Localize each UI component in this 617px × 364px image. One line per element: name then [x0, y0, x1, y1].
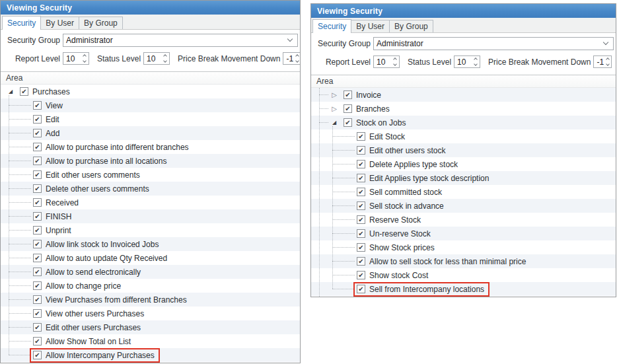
tab-by-user[interactable]: By User [40, 17, 79, 29]
security-group-select[interactable]: Administrator [63, 34, 298, 47]
security-tree: ▷✔Invoice▷✔Branches◢✔Stock on Jobs✔Edit … [311, 88, 616, 297]
spinner-up-down-icon[interactable] [80, 53, 89, 64]
checkbox-checked[interactable]: ✔ [357, 160, 365, 168]
checkbox-checked[interactable]: ✔ [344, 104, 352, 113]
tree-row[interactable]: ✔Edit Applies type stock description [311, 171, 616, 185]
tree-row[interactable]: ✔FINISH [1, 209, 300, 223]
tree-row[interactable]: ✔Delete other users comments [1, 182, 300, 196]
checkbox-checked[interactable]: ✔ [33, 101, 42, 110]
tree-row[interactable]: ✔Allow to purchase into different branch… [1, 140, 300, 154]
expander-spacer [343, 174, 352, 183]
tree-row[interactable]: ✔Allow to auto update Qty Received [1, 251, 300, 265]
tab-security[interactable]: Security [312, 19, 351, 33]
price-break-movement-down-spinner[interactable]: -1 [593, 55, 612, 68]
expander-spacer [343, 146, 352, 155]
checkbox-checked[interactable]: ✔ [344, 118, 352, 127]
tree-row[interactable]: ✔Edit other users Purchases [1, 320, 300, 334]
tree-row[interactable]: ✔Edit other users stock [311, 143, 616, 157]
spinner-up-down-icon[interactable] [161, 53, 169, 64]
tree-row[interactable]: ✔View Purchases from different Branches [1, 293, 300, 307]
checkbox-checked[interactable]: ✔ [33, 309, 42, 318]
checkbox-checked[interactable]: ✔ [357, 215, 365, 224]
checkbox-checked[interactable]: ✔ [33, 170, 42, 179]
checkbox-checked[interactable]: ✔ [357, 285, 365, 293]
checkbox-checked[interactable]: ✔ [357, 271, 365, 279]
checkbox-checked[interactable]: ✔ [33, 226, 42, 235]
price-break-movement-down-spinner[interactable]: -1 [283, 52, 301, 65]
checkbox-checked[interactable]: ✔ [33, 198, 42, 207]
tab-security[interactable]: Security [2, 16, 41, 30]
checkbox-checked[interactable]: ✔ [33, 184, 42, 193]
tree-row[interactable]: ◢✔Purchases [1, 85, 300, 98]
tree-row[interactable]: ✔Sell from Intercompany locations [311, 282, 616, 296]
report-level-spinner[interactable]: 10 [373, 55, 400, 68]
checkbox-checked[interactable]: ✔ [357, 146, 365, 155]
report-level-spinner[interactable]: 10 [63, 52, 89, 65]
spinner-up-down-icon[interactable] [471, 56, 480, 67]
expander-spacer [19, 295, 28, 305]
tree-row[interactable]: ✔Delete Applies type stock [311, 157, 616, 171]
checkbox-checked[interactable]: ✔ [357, 229, 365, 238]
checkbox-checked[interactable]: ✔ [33, 281, 42, 290]
expander-expanded-icon[interactable]: ◢ [330, 118, 339, 127]
tree-row[interactable]: ✔Allow link stock to Invoiced Jobs [1, 237, 300, 251]
tree-row[interactable]: ✔Add [1, 126, 300, 140]
checkbox-checked[interactable]: ✔ [357, 243, 365, 252]
tree-row[interactable]: ◢✔Stock on Jobs [311, 116, 616, 129]
tree-row[interactable]: ✔Sell stock in advance [311, 199, 616, 213]
tree-row[interactable]: ✔Received [1, 196, 300, 209]
checkbox-checked[interactable]: ✔ [33, 254, 42, 262]
checkbox-checked[interactable]: ✔ [33, 295, 42, 304]
tree-row[interactable]: ✔View [1, 98, 300, 112]
checkbox-checked[interactable]: ✔ [33, 268, 42, 276]
checkbox-checked[interactable]: ✔ [357, 174, 365, 182]
tree-row[interactable]: ▷✔Invoice [311, 88, 616, 102]
tree-row[interactable]: ✔Unprint [1, 223, 300, 237]
tree-row[interactable]: ✔Edit [1, 112, 300, 126]
tree-row[interactable]: ✔Allow Show Total on List [1, 334, 300, 348]
tree-row[interactable]: ✔View other users Purchases [1, 307, 300, 320]
checkbox-checked[interactable]: ✔ [357, 201, 365, 210]
tab-by-group[interactable]: By Group [79, 17, 123, 29]
price-break-movement-down-label: Price Break Movement Down [488, 57, 591, 67]
tree-row[interactable]: ✔Allow to sell stock for less than minim… [311, 254, 616, 268]
checkbox-checked[interactable]: ✔ [33, 337, 42, 346]
checkbox-checked[interactable]: ✔ [33, 351, 42, 359]
tree-row[interactable]: ✔Un-reserve Stock [311, 227, 616, 240]
tree-row[interactable]: ✔Allow to change price [1, 279, 300, 293]
checkbox-checked[interactable]: ✔ [20, 87, 28, 96]
spinner-up-down-icon[interactable] [293, 53, 301, 64]
tree-row[interactable]: ✔Allow to purchase into all locations [1, 154, 300, 168]
checkbox-checked[interactable]: ✔ [33, 323, 42, 332]
tree-row[interactable]: ✔Show Stock prices [311, 240, 616, 254]
spinner-up-down-icon[interactable] [604, 56, 611, 67]
tab-by-user[interactable]: By User [351, 20, 390, 32]
checkbox-checked[interactable]: ✔ [357, 132, 365, 141]
tree-row[interactable]: ▷✔Branches [311, 102, 616, 116]
checkbox-checked[interactable]: ✔ [33, 212, 42, 221]
tree-row[interactable]: ✔Allow to send electronically [1, 265, 300, 279]
tree-row[interactable]: ✔Show stock Cost [311, 268, 616, 282]
expander-collapsed-icon[interactable]: ▷ [330, 104, 339, 114]
checkbox-checked[interactable]: ✔ [357, 188, 365, 196]
tree-row[interactable]: ✔Reserve Stock [311, 213, 616, 227]
security-group-select[interactable]: Administrator [373, 37, 614, 50]
spinner-up-down-icon[interactable] [390, 56, 399, 67]
checkbox-checked[interactable]: ✔ [33, 129, 42, 137]
expander-expanded-icon[interactable]: ◢ [6, 87, 15, 96]
tree-item-label: FINISH [46, 212, 71, 221]
tree-row[interactable]: ✔Sell committed stock [311, 185, 616, 199]
tab-by-group[interactable]: By Group [389, 20, 433, 32]
status-level-spinner[interactable]: 10 [454, 55, 480, 68]
checkbox-checked[interactable]: ✔ [33, 115, 42, 124]
checkbox-checked[interactable]: ✔ [344, 91, 352, 99]
tree-row[interactable]: ✔Allow Intercompany Purchases [1, 348, 300, 362]
status-level-spinner[interactable]: 10 [143, 52, 170, 65]
tree-row[interactable]: ✔Edit Stock [311, 129, 616, 143]
expander-collapsed-icon[interactable]: ▷ [330, 91, 339, 100]
checkbox-checked[interactable]: ✔ [33, 157, 42, 165]
tree-row[interactable]: ✔Edit other users comments [1, 168, 300, 182]
checkbox-checked[interactable]: ✔ [33, 240, 42, 248]
checkbox-checked[interactable]: ✔ [357, 257, 365, 266]
checkbox-checked[interactable]: ✔ [33, 143, 42, 151]
